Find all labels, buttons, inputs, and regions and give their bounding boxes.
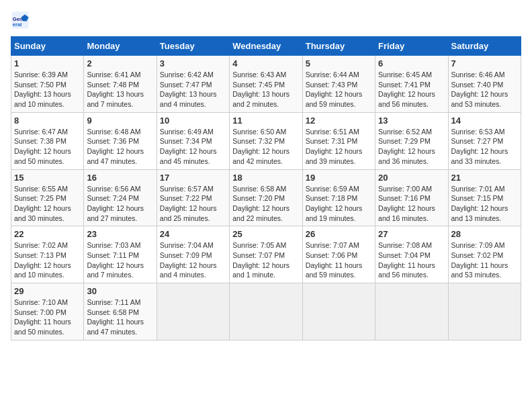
day-info: Sunrise: 6:55 AMSunset: 7:25 PMDaylight:…: [14, 184, 81, 224]
day-info: Sunrise: 7:03 AMSunset: 7:11 PMDaylight:…: [87, 240, 153, 280]
day-info: Sunrise: 6:44 AMSunset: 7:43 PMDaylight:…: [306, 70, 372, 109]
day-info: Sunrise: 7:02 AMSunset: 7:13 PMDaylight:…: [14, 240, 81, 280]
day-number: 9: [87, 116, 153, 126]
day-number: 17: [160, 173, 226, 183]
day-number: 7: [451, 58, 518, 68]
day-number: 8: [14, 116, 81, 126]
day-number: 11: [232, 116, 299, 126]
day-info: Sunrise: 7:07 AMSunset: 7:06 PMDaylight:…: [306, 240, 372, 280]
day-number: 6: [378, 58, 445, 68]
day-info: Sunrise: 6:39 AMSunset: 7:50 PMDaylight:…: [14, 70, 81, 109]
day-info: Sunrise: 7:10 AMSunset: 7:00 PMDaylight:…: [14, 298, 81, 337]
day-info: Sunrise: 6:42 AMSunset: 7:47 PMDaylight:…: [160, 70, 226, 109]
calendar-cell: 10Sunrise: 6:49 AMSunset: 7:34 PMDayligh…: [157, 112, 229, 169]
day-info: Sunrise: 6:46 AMSunset: 7:40 PMDaylight:…: [451, 70, 518, 109]
header-tuesday: Tuesday: [157, 37, 229, 56]
day-number: 30: [87, 286, 153, 296]
day-info: Sunrise: 6:56 AMSunset: 7:24 PMDaylight:…: [87, 184, 153, 224]
day-number: 1: [14, 58, 81, 68]
day-number: 29: [14, 286, 81, 296]
calendar-cell: 24Sunrise: 7:04 AMSunset: 7:09 PMDayligh…: [157, 226, 229, 283]
day-number: 21: [451, 173, 518, 183]
day-info: Sunrise: 7:09 AMSunset: 7:02 PMDaylight:…: [451, 240, 518, 280]
day-number: 27: [378, 229, 445, 239]
day-info: Sunrise: 7:01 AMSunset: 7:15 PMDaylight:…: [451, 184, 518, 224]
calendar-week-2: 8Sunrise: 6:47 AMSunset: 7:38 PMDaylight…: [11, 112, 521, 169]
calendar-cell: 1Sunrise: 6:39 AMSunset: 7:50 PMDaylight…: [11, 56, 84, 113]
calendar-cell: 5Sunrise: 6:44 AMSunset: 7:43 PMDaylight…: [302, 56, 375, 113]
day-number: 16: [87, 173, 153, 183]
header-saturday: Saturday: [448, 37, 521, 56]
calendar-cell: [230, 283, 302, 340]
day-info: Sunrise: 6:48 AMSunset: 7:36 PMDaylight:…: [87, 127, 153, 167]
day-number: 3: [160, 58, 226, 68]
day-info: Sunrise: 6:53 AMSunset: 7:27 PMDaylight:…: [451, 127, 518, 167]
calendar-cell: 23Sunrise: 7:03 AMSunset: 7:11 PMDayligh…: [84, 226, 157, 283]
calendar-cell: 15Sunrise: 6:55 AMSunset: 7:25 PMDayligh…: [11, 169, 84, 226]
day-number: 12: [306, 116, 372, 126]
header-sunday: Sunday: [11, 37, 84, 56]
day-info: Sunrise: 6:41 AMSunset: 7:48 PMDaylight:…: [87, 70, 153, 109]
calendar-cell: 26Sunrise: 7:07 AMSunset: 7:06 PMDayligh…: [302, 226, 375, 283]
day-info: Sunrise: 6:59 AMSunset: 7:18 PMDaylight:…: [306, 184, 372, 224]
calendar-cell: 4Sunrise: 6:43 AMSunset: 7:45 PMDaylight…: [230, 56, 302, 113]
day-number: 24: [160, 229, 226, 239]
day-info: Sunrise: 6:58 AMSunset: 7:20 PMDaylight:…: [232, 184, 299, 224]
calendar-cell: 20Sunrise: 7:00 AMSunset: 7:16 PMDayligh…: [375, 169, 448, 226]
day-info: Sunrise: 7:05 AMSunset: 7:07 PMDaylight:…: [232, 240, 299, 280]
logo: Gen eral: [11, 11, 32, 30]
calendar: SundayMondayTuesdayWednesdayThursdayFrid…: [11, 36, 521, 340]
calendar-cell: [157, 283, 229, 340]
day-info: Sunrise: 7:08 AMSunset: 7:04 PMDaylight:…: [378, 240, 445, 280]
calendar-cell: 17Sunrise: 6:57 AMSunset: 7:22 PMDayligh…: [157, 169, 229, 226]
day-info: Sunrise: 6:49 AMSunset: 7:34 PMDaylight:…: [160, 127, 226, 167]
day-number: 15: [14, 173, 81, 183]
calendar-cell: 6Sunrise: 6:45 AMSunset: 7:41 PMDaylight…: [375, 56, 448, 113]
header-wednesday: Wednesday: [230, 37, 302, 56]
calendar-cell: 29Sunrise: 7:10 AMSunset: 7:00 PMDayligh…: [11, 283, 84, 340]
day-number: 22: [14, 229, 81, 239]
calendar-cell: 14Sunrise: 6:53 AMSunset: 7:27 PMDayligh…: [448, 112, 521, 169]
day-info: Sunrise: 6:43 AMSunset: 7:45 PMDaylight:…: [232, 70, 299, 109]
day-number: 26: [306, 229, 372, 239]
calendar-cell: 27Sunrise: 7:08 AMSunset: 7:04 PMDayligh…: [375, 226, 448, 283]
day-info: Sunrise: 6:45 AMSunset: 7:41 PMDaylight:…: [378, 70, 445, 109]
day-info: Sunrise: 6:52 AMSunset: 7:29 PMDaylight:…: [378, 127, 445, 167]
calendar-cell: [302, 283, 375, 340]
calendar-cell: 25Sunrise: 7:05 AMSunset: 7:07 PMDayligh…: [230, 226, 302, 283]
day-number: 14: [451, 116, 518, 126]
calendar-cell: 12Sunrise: 6:51 AMSunset: 7:31 PMDayligh…: [302, 112, 375, 169]
calendar-header-row: SundayMondayTuesdayWednesdayThursdayFrid…: [11, 37, 521, 56]
day-info: Sunrise: 7:04 AMSunset: 7:09 PMDaylight:…: [160, 240, 226, 280]
day-info: Sunrise: 6:51 AMSunset: 7:31 PMDaylight:…: [306, 127, 372, 167]
calendar-week-4: 22Sunrise: 7:02 AMSunset: 7:13 PMDayligh…: [11, 226, 521, 283]
day-info: Sunrise: 6:47 AMSunset: 7:38 PMDaylight:…: [14, 127, 81, 167]
calendar-cell: 18Sunrise: 6:58 AMSunset: 7:20 PMDayligh…: [230, 169, 302, 226]
calendar-cell: 3Sunrise: 6:42 AMSunset: 7:47 PMDaylight…: [157, 56, 229, 113]
day-number: 20: [378, 173, 445, 183]
calendar-cell: [375, 283, 448, 340]
day-info: Sunrise: 6:57 AMSunset: 7:22 PMDaylight:…: [160, 184, 226, 224]
day-info: Sunrise: 7:00 AMSunset: 7:16 PMDaylight:…: [378, 184, 445, 224]
calendar-cell: 9Sunrise: 6:48 AMSunset: 7:36 PMDaylight…: [84, 112, 157, 169]
calendar-cell: 13Sunrise: 6:52 AMSunset: 7:29 PMDayligh…: [375, 112, 448, 169]
day-info: Sunrise: 7:11 AMSunset: 6:58 PMDaylight:…: [87, 298, 153, 337]
day-number: 5: [306, 58, 372, 68]
calendar-week-3: 15Sunrise: 6:55 AMSunset: 7:25 PMDayligh…: [11, 169, 521, 226]
calendar-cell: 22Sunrise: 7:02 AMSunset: 7:13 PMDayligh…: [11, 226, 84, 283]
calendar-cell: 28Sunrise: 7:09 AMSunset: 7:02 PMDayligh…: [448, 226, 521, 283]
day-number: 10: [160, 116, 226, 126]
day-number: 18: [232, 173, 299, 183]
calendar-cell: 30Sunrise: 7:11 AMSunset: 6:58 PMDayligh…: [84, 283, 157, 340]
calendar-cell: 19Sunrise: 6:59 AMSunset: 7:18 PMDayligh…: [302, 169, 375, 226]
header-monday: Monday: [84, 37, 157, 56]
header-thursday: Thursday: [302, 37, 375, 56]
header-friday: Friday: [375, 37, 448, 56]
calendar-cell: 16Sunrise: 6:56 AMSunset: 7:24 PMDayligh…: [84, 169, 157, 226]
calendar-cell: 7Sunrise: 6:46 AMSunset: 7:40 PMDaylight…: [448, 56, 521, 113]
calendar-cell: 21Sunrise: 7:01 AMSunset: 7:15 PMDayligh…: [448, 169, 521, 226]
calendar-cell: 2Sunrise: 6:41 AMSunset: 7:48 PMDaylight…: [84, 56, 157, 113]
day-info: Sunrise: 6:50 AMSunset: 7:32 PMDaylight:…: [232, 127, 299, 167]
day-number: 19: [306, 173, 372, 183]
day-number: 13: [378, 116, 445, 126]
